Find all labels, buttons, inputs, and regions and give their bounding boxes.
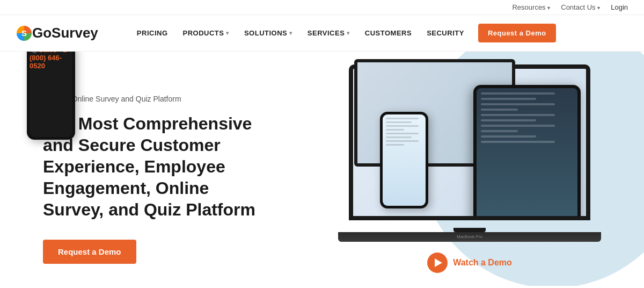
- laptop-base: [338, 232, 601, 242]
- tablet-line-2: [481, 98, 536, 100]
- tablet-line-10: [481, 141, 555, 143]
- phone-line-8: [386, 144, 404, 146]
- phone-screen: [383, 114, 426, 206]
- phone-number[interactable]: Sales +1 (800) 646-0520: [27, 43, 75, 140]
- phone-line-4: [386, 129, 404, 131]
- nav-products[interactable]: PRODUCTS ▾: [177, 25, 236, 41]
- laptop-notch: [453, 228, 486, 232]
- main-nav: S GoSurvey PRICING PRODUCTS ▾ SOLUTIONS …: [0, 15, 644, 52]
- tablet-line-6: [481, 119, 536, 121]
- nav-customers[interactable]: CUSTOMERS: [358, 25, 418, 41]
- nav-security[interactable]: SECURITY: [420, 25, 471, 41]
- nav-services[interactable]: SERVICES ▾: [301, 25, 356, 41]
- laptop-mockup: [338, 64, 601, 247]
- resources-link[interactable]: Resources ▾: [512, 3, 550, 11]
- phone-line-2: [386, 121, 412, 123]
- tablet-line-7: [481, 125, 555, 127]
- tablet-line-4: [481, 109, 518, 111]
- products-chevron-icon: ▾: [226, 30, 229, 36]
- logo-icon-s: S: [17, 26, 32, 41]
- hero-request-demo-button[interactable]: Request a Demo: [43, 240, 136, 264]
- phone-mockup: [380, 112, 428, 208]
- tablet-mockup: [473, 85, 581, 220]
- watch-demo-label[interactable]: Watch a Demo: [453, 258, 512, 268]
- nav-pricing[interactable]: PRICING: [130, 25, 174, 41]
- login-link[interactable]: Login: [611, 3, 628, 11]
- nav-request-demo-button[interactable]: Request a Demo: [478, 24, 556, 42]
- phone-line-1: [386, 118, 419, 119]
- logo[interactable]: S GoSurvey: [16, 25, 98, 41]
- hero-section: CX, EX, Online Survey and Quiz Platform …: [0, 52, 644, 286]
- top-bar: Resources ▾ Contact Us ▾ Sales +1 (800) …: [0, 0, 644, 15]
- solutions-chevron-icon: ▾: [289, 30, 292, 36]
- phone-line-3: [386, 125, 419, 127]
- tablet-line-5: [481, 114, 555, 116]
- phone-line-5: [386, 133, 419, 134]
- hero-right: Watch a Demo: [295, 52, 644, 286]
- services-chevron-icon: ▾: [347, 30, 350, 36]
- contact-link[interactable]: Contact Us ▾: [561, 3, 600, 11]
- phone-line-6: [386, 136, 412, 138]
- hero-subtitle: CX, EX, Online Survey and Quiz Platform: [43, 95, 274, 103]
- nav-solutions[interactable]: SOLUTIONS ▾: [238, 25, 299, 41]
- play-button[interactable]: [427, 253, 448, 273]
- tablet-line-3: [481, 103, 555, 105]
- logo-text: GoSurvey: [32, 25, 98, 41]
- phone-line-7: [386, 140, 419, 142]
- tablet-screen: [477, 88, 577, 220]
- tablet-line-8: [481, 130, 518, 132]
- nav-links: PRICING PRODUCTS ▾ SOLUTIONS ▾ SERVICES …: [130, 24, 628, 42]
- tablet-line-9: [481, 135, 536, 138]
- tablet-line-1: [481, 92, 555, 95]
- hero-title: The Most Comprehensive and Secure Custom…: [43, 113, 274, 220]
- watch-demo-section: Watch a Demo: [427, 253, 512, 273]
